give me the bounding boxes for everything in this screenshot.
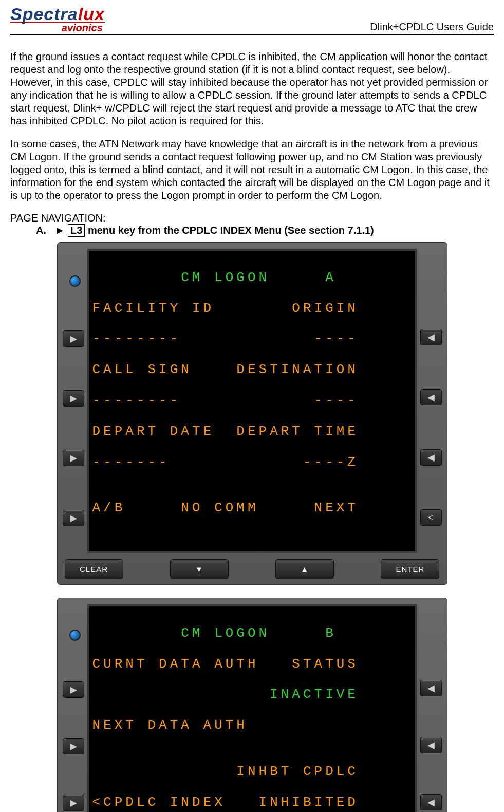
screen-b-title: CM LOGON B (92, 626, 412, 641)
logo-text-b: lux (78, 4, 105, 24)
chevron-up-icon: ▲ (301, 565, 309, 574)
left-key-column: ▶ ▶ ▶ ▶ (63, 249, 87, 553)
screen-a-line1: FACILITY ID ORIGIN (92, 301, 412, 317)
nav-item-a: A. ► L3 menu key from the CPDLC INDEX Me… (36, 224, 494, 237)
logo: Spectralux avionics (10, 5, 105, 33)
lsk-l4[interactable]: ▶ (63, 510, 84, 526)
chevron-down-icon: ▼ (195, 565, 203, 574)
paragraph-1: If the ground issues a contact request w… (10, 50, 494, 127)
nav-key: L3 (68, 224, 85, 237)
screen-b-line1: CURNT DATA AUTH STATUS (92, 657, 412, 672)
logo-text-a: Spectra (10, 4, 78, 24)
lsk-r4[interactable]: < (420, 509, 442, 526)
paragraph-2: In some cases, the ATN Network may have … (10, 138, 494, 202)
clear-button[interactable]: CLEAR (65, 559, 123, 579)
screen-b-line6: <CPDLC INDEX INHIBITED (92, 795, 412, 810)
screen-a-line5: DEPART DATE DEPART TIME (92, 424, 412, 439)
left-key-column: ▶ ▶ ▶ ▶ (63, 604, 87, 812)
down-button[interactable]: ▼ (170, 559, 229, 579)
lsk-l2[interactable]: ▶ (63, 738, 84, 754)
page-navigation-label: PAGE NAVIGATION: (10, 212, 494, 224)
screen-a-line3: CALL SIGN DESTINATION (92, 362, 412, 378)
lsk-l3[interactable]: ▶ (63, 795, 84, 811)
screen-a-line8: A/B NO COMM NEXT (92, 501, 412, 516)
lsk-l1[interactable]: ▶ (63, 681, 84, 698)
lsk-r3[interactable]: ◀ (420, 449, 442, 466)
screen-b-line5: INHBT CPDLC (92, 764, 412, 780)
lsk-r2[interactable]: ◀ (420, 737, 442, 753)
display-screen-a: CM LOGON A FACILITY ID ORIGIN -------- -… (89, 251, 415, 551)
cdu-device-b: ▶ ▶ ▶ ▶ CM LOGON B CURNT DATA AUTH STATU… (57, 598, 447, 812)
document-title: Dlink+CPDLC Users Guide (370, 21, 494, 33)
enter-button[interactable]: ENTER (381, 559, 439, 579)
right-key-column: ◀ ◀ ◀ < (417, 604, 442, 812)
screen-a-line2: -------- ---- (92, 331, 412, 347)
page-header: Spectralux avionics Dlink+CPDLC Users Gu… (10, 5, 494, 35)
status-led-icon (69, 630, 81, 641)
lsk-r3[interactable]: ◀ (420, 794, 442, 810)
lsk-r1[interactable]: ◀ (420, 680, 442, 696)
cdu-device-a: ▶ ▶ ▶ ▶ CM LOGON A FACILITY ID ORIGIN --… (57, 242, 447, 585)
right-key-column: ◀ ◀ ◀ < (417, 249, 442, 553)
nav-item-prefix: A. (36, 225, 46, 236)
screen-a-title: CM LOGON A (92, 270, 412, 286)
up-button[interactable]: ▲ (275, 559, 334, 579)
display-screen-b: CM LOGON B CURNT DATA AUTH STATUS INACTI… (89, 606, 415, 812)
lsk-l2[interactable]: ▶ (63, 390, 84, 407)
nav-arrow-icon: ► (55, 225, 65, 236)
screen-a-line6: ------- ----Z (92, 455, 412, 470)
nav-item-text: menu key from the CPDLC INDEX Menu (See … (85, 225, 374, 236)
screen-b-line2: INACTIVE (92, 687, 412, 703)
lsk-l1[interactable]: ▶ (63, 330, 84, 347)
status-led-icon (69, 275, 81, 287)
lsk-r2[interactable]: ◀ (420, 389, 442, 405)
screen-b-line3: NEXT DATA AUTH (92, 718, 412, 733)
screen-a-line4: -------- ---- (92, 393, 412, 409)
lsk-r1[interactable]: ◀ (420, 329, 442, 345)
lsk-l3[interactable]: ▶ (63, 450, 84, 466)
